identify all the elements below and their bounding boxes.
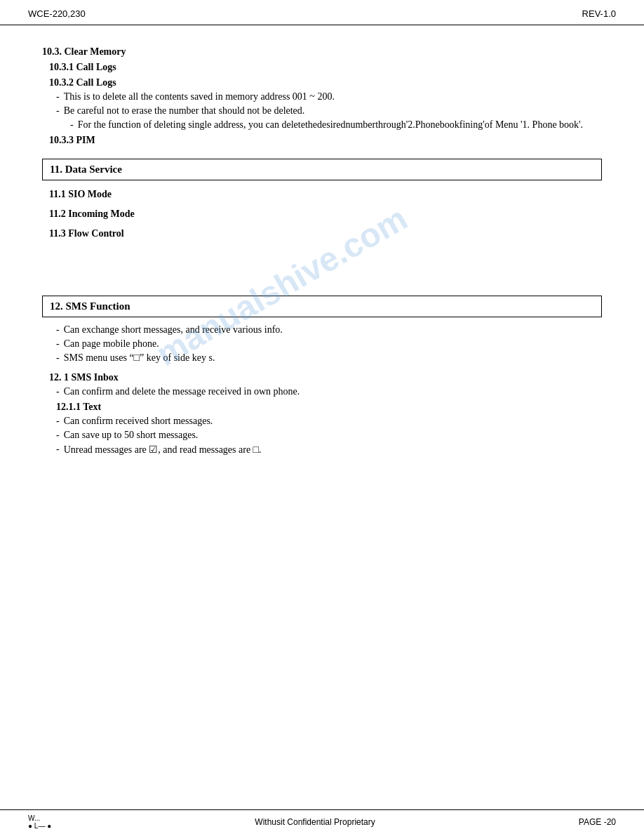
bullet-text: Can confirm received short messages. [64, 416, 602, 427]
section-10-3: 10.3. Clear Memory 10.3.1 Call Logs 10.3… [42, 46, 602, 146]
bullet-text: SMS menu uses “□” key of side key s. [64, 352, 602, 364]
section-12: 12. SMS Function - Can exchange short me… [42, 296, 602, 456]
bullet-text: Can confirm and delete the message recei… [64, 386, 602, 397]
bullet-text: Unread messages are ☑, and read messages… [64, 444, 602, 456]
footer-logo-line2: ● L— ● [28, 822, 51, 830]
section-12-1-1-title: 12.1.1 Text [42, 402, 602, 413]
section-10-3-2-title: 10.3.2 Call Logs [42, 77, 602, 88]
list-item: - This is to delete all the contents sav… [56, 91, 602, 102]
section-10-3-3-title: 10.3.3 PIM [42, 135, 602, 146]
header-right: REV-1.0 [582, 8, 616, 19]
section-12-1: 12. 1 SMS Inbox - Can confirm and delete… [42, 372, 602, 456]
bullet-text: Can exchange short messages, and receive… [64, 324, 602, 336]
section-11-1-title: 11.1 SIO Mode [42, 189, 602, 200]
list-item: - SMS menu uses “□” key of side key s. [56, 352, 602, 364]
bullet-text: For the function of deleting single addr… [78, 119, 602, 131]
section-12-title: 12. SMS Function [50, 300, 130, 312]
section-12-bullets: - Can exchange short messages, and recei… [42, 324, 602, 364]
dash-icon: - [56, 352, 60, 364]
list-item: - Unread messages are ☑, and read messag… [56, 444, 602, 456]
section-11-2: 11.2 Incoming Mode [42, 208, 602, 220]
section-11-1: 11.1 SIO Mode [42, 189, 602, 200]
section-11-2-title: 11.2 Incoming Mode [42, 208, 602, 220]
dash-icon: - [56, 338, 60, 350]
section-10-3-2-bullets: - This is to delete all the contents sav… [42, 91, 602, 131]
list-item: - Can save up to 50 short messages. [56, 430, 602, 441]
page-footer: W... ● L— ● Withusit Confidential Propri… [0, 809, 644, 834]
page: WCE-220,230 REV-1.0 manualshive.com 10.3… [0, 0, 644, 834]
list-item: - For the function of deleting single ad… [56, 119, 602, 131]
section-12-box: 12. SMS Function [42, 296, 602, 317]
section-12-1-1-bullets: - Can confirm received short messages. -… [42, 416, 602, 456]
list-item: - Can confirm received short messages. [56, 416, 602, 427]
dash-icon: - [56, 119, 74, 131]
footer-page-number: PAGE -20 [579, 817, 616, 827]
dash-icon: - [56, 444, 60, 456]
dash-icon: - [56, 91, 60, 102]
dash-icon: - [56, 324, 60, 336]
page-header: WCE-220,230 REV-1.0 [0, 0, 644, 25]
bullet-text: Can page mobile phone. [64, 338, 602, 350]
list-item: - Can exchange short messages, and recei… [56, 324, 602, 336]
section-11: 11. Data Service 11.1 SIO Mode 11.2 Inco… [42, 159, 602, 239]
section-11-title: 11. Data Service [50, 164, 122, 175]
bullet-text: This is to delete all the contents saved… [64, 91, 602, 102]
main-content: 10.3. Clear Memory 10.3.1 Call Logs 10.3… [0, 25, 644, 809]
header-left: WCE-220,230 [28, 8, 86, 19]
section-10-3-1-title: 10.3.1 Call Logs [42, 62, 602, 73]
section-11-box: 11. Data Service [42, 159, 602, 180]
bullet-text: Be careful not to erase the number that … [64, 105, 602, 117]
dash-icon: - [56, 416, 60, 427]
section-12-1-1: 12.1.1 Text - Can confirm received short… [42, 402, 602, 456]
dash-icon: - [56, 386, 60, 397]
footer-confidential: Withusit Confidential Proprietary [255, 817, 375, 827]
dash-icon: - [56, 430, 60, 441]
footer-logo-line1: W... [28, 814, 51, 822]
list-item: - Can page mobile phone. [56, 338, 602, 350]
dash-icon: - [56, 105, 60, 117]
footer-logo: W... ● L— ● [28, 814, 51, 830]
section-11-3: 11.3 Flow Control [42, 228, 602, 239]
list-item: - Can confirm and delete the message rec… [56, 386, 602, 397]
section-12-1-title: 12. 1 SMS Inbox [42, 372, 602, 383]
list-item: - Be careful not to erase the number tha… [56, 105, 602, 117]
section-10-3-title: 10.3. Clear Memory [42, 46, 602, 58]
section-12-1-intro-list: - Can confirm and delete the message rec… [42, 386, 602, 397]
section-11-3-title: 11.3 Flow Control [42, 228, 602, 239]
bullet-text: Can save up to 50 short messages. [64, 430, 602, 441]
